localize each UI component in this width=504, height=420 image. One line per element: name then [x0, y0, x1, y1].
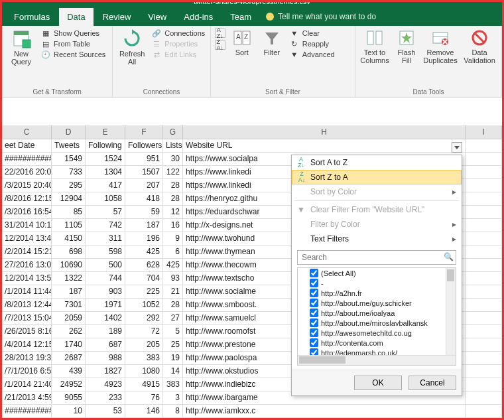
cell-lists[interactable]: 6 — [163, 245, 183, 258]
header-website-url[interactable]: Website URL — [183, 139, 466, 152]
cell-lists[interactable]: 16 — [163, 219, 183, 232]
cell-date[interactable]: /3/2015 20:40 — [2, 179, 52, 192]
tab-data[interactable]: Data — [59, 8, 93, 26]
filter-search-input[interactable] — [297, 250, 456, 265]
edit-links-button[interactable]: ⇄Edit Links — [151, 50, 205, 59]
col-header-h[interactable]: H — [183, 125, 466, 139]
cell-following[interactable]: 687 — [86, 338, 125, 351]
sort-za-button[interactable]: ZA↓ — [215, 40, 225, 50]
header-empty[interactable] — [466, 139, 502, 152]
cell-followers[interactable]: 225 — [125, 285, 163, 298]
cell-tweets[interactable]: 1322 — [52, 272, 86, 285]
cell-empty[interactable] — [466, 272, 502, 285]
cell-lists[interactable]: 21 — [163, 285, 183, 298]
cell-lists[interactable]: 93 — [163, 272, 183, 285]
cell-tweets[interactable]: 2687 — [52, 352, 86, 364]
cell-followers[interactable]: 196 — [125, 232, 163, 245]
worksheet-grid[interactable]: C D E F G H I eet Date Tweets Following … — [2, 125, 502, 418]
tab-view[interactable]: View — [140, 8, 174, 26]
cell-following[interactable]: 4923 — [86, 378, 125, 391]
cell-lists[interactable]: 30 — [163, 153, 183, 165]
cell-date[interactable]: /7/2013 15:04 — [2, 312, 52, 324]
cell-lists[interactable]: 122 — [163, 166, 183, 178]
cell-following[interactable]: 1827 — [86, 365, 125, 378]
col-header-d[interactable]: D — [52, 125, 86, 139]
cell-date[interactable]: /1/2014 11:44 — [2, 285, 52, 298]
cell-lists[interactable]: 5 — [163, 325, 183, 338]
filter-checkbox[interactable] — [310, 299, 318, 307]
reapply-button[interactable]: ↻Reapply — [289, 39, 335, 48]
filter-button[interactable]: Filter — [259, 29, 285, 56]
cell-tweets[interactable]: 12904 — [52, 192, 86, 205]
connections-button[interactable]: 🔗Connections — [151, 29, 205, 38]
cell-followers[interactable]: 187 — [125, 219, 163, 232]
refresh-all-button[interactable]: Refresh All — [117, 29, 147, 66]
filter-checklist[interactable]: (Select All)-http://a2hn.frhttp://about.… — [297, 267, 456, 366]
filter-cancel-button[interactable]: Cancel — [409, 376, 456, 390]
cell-empty[interactable] — [466, 325, 502, 338]
cell-followers[interactable]: 1507 — [125, 166, 163, 178]
cell-lists[interactable]: 25 — [163, 338, 183, 351]
cell-lists[interactable]: 28 — [163, 299, 183, 311]
cell-date[interactable]: /21/2013 4:59 — [2, 391, 52, 404]
cell-tweets[interactable]: 733 — [52, 166, 86, 178]
checklist-scrollbar-v[interactable] — [446, 268, 456, 355]
cell-empty[interactable] — [466, 391, 502, 404]
cell-empty[interactable] — [466, 219, 502, 232]
col-header-e[interactable]: E — [86, 125, 125, 139]
cell-followers[interactable]: 59 — [125, 206, 163, 218]
header-tweet-date[interactable]: eet Date — [2, 139, 52, 152]
cell-lists[interactable]: 19 — [163, 352, 183, 364]
filter-check-item[interactable]: http://about.me/ioalyaa — [298, 308, 456, 318]
cell-tweets[interactable]: 1105 — [52, 219, 86, 232]
col-header-f[interactable]: F — [125, 125, 163, 139]
cell-empty[interactable] — [466, 285, 502, 298]
cell-lists[interactable]: 28 — [163, 179, 183, 192]
header-tweets[interactable]: Tweets — [52, 139, 86, 152]
cell-followers[interactable]: 418 — [125, 192, 163, 205]
sort-a-to-z-item[interactable]: AZ↓ Sort A to Z — [292, 155, 462, 170]
tab-team[interactable]: Team — [222, 8, 259, 26]
cell-date[interactable]: /8/2013 12:44 — [2, 299, 52, 311]
cell-tweets[interactable]: 85 — [52, 206, 86, 218]
col-header-c[interactable]: C — [2, 125, 52, 139]
new-query-button[interactable]: New Query — [6, 29, 36, 66]
cell-followers[interactable]: 146 — [125, 405, 163, 417]
cell-following[interactable]: 1524 — [86, 153, 125, 165]
cell-lists[interactable]: 3 — [163, 391, 183, 404]
recent-sources-button[interactable]: 🕘Recent Sources — [40, 50, 105, 59]
filter-check-item[interactable]: http://awesometechltd.co.ug — [298, 328, 456, 338]
cell-followers[interactable]: 292 — [125, 312, 163, 324]
header-lists[interactable]: Lists — [163, 139, 183, 152]
cell-date[interactable]: 12/2014 13:53 — [2, 272, 52, 285]
cell-empty[interactable] — [466, 405, 502, 417]
sort-button[interactable]: AZ Sort — [229, 29, 255, 56]
data-validation-button[interactable]: Data Validation — [462, 29, 497, 64]
filter-checkbox[interactable] — [310, 328, 318, 337]
header-following[interactable]: Following — [86, 139, 125, 152]
cell-following[interactable]: 598 — [86, 245, 125, 258]
cell-date[interactable]: /2/2014 15:21 — [2, 245, 52, 258]
cell-following[interactable]: 57 — [86, 206, 125, 218]
cell-lists[interactable]: 9 — [163, 232, 183, 245]
cell-followers[interactable]: 951 — [125, 153, 163, 165]
cell-date[interactable]: ############ — [2, 405, 52, 417]
cell-followers[interactable]: 628 — [125, 259, 163, 271]
filter-checkbox[interactable] — [310, 269, 318, 277]
filter-checkbox[interactable] — [310, 289, 318, 297]
cell-date[interactable]: 28/2013 19:38 — [2, 352, 52, 364]
cell-lists[interactable]: 383 — [163, 378, 183, 391]
properties-button[interactable]: ☰Properties — [151, 39, 205, 48]
cell-empty[interactable] — [466, 179, 502, 192]
tab-review[interactable]: Review — [95, 8, 139, 26]
cell-date[interactable]: 12/2014 13:49 — [2, 232, 52, 245]
cell-following[interactable]: 744 — [86, 272, 125, 285]
filter-dropdown-button[interactable] — [452, 142, 462, 153]
cell-following[interactable]: 53 — [86, 405, 125, 417]
cell-empty[interactable] — [466, 232, 502, 245]
filter-check-item[interactable]: http://a2hn.fr — [298, 288, 456, 298]
cell-followers[interactable]: 72 — [125, 325, 163, 338]
text-filters-item[interactable]: Text Filters▸ — [292, 232, 462, 246]
col-header-i[interactable]: I — [466, 125, 502, 139]
clear-filter-button[interactable]: ▼Clear — [289, 29, 335, 38]
